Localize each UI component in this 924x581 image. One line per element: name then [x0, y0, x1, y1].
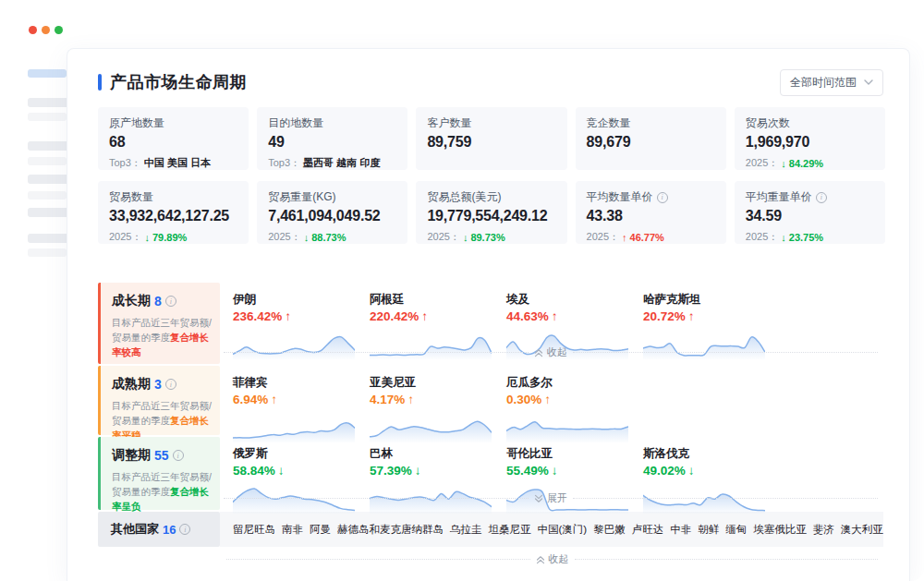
kpi-label: 平均数量单价i [587, 189, 715, 205]
time-range-select[interactable]: 全部时间范围 [780, 69, 883, 96]
kpi-top3: Top3：中国 美国 日本 [109, 156, 237, 170]
minimize-window-button[interactable] [42, 26, 50, 34]
stage-name-row: 成熟期3i [112, 376, 214, 393]
country-trend: 20.72%↑ [643, 309, 780, 323]
country-pct-value: 44.63% [506, 309, 549, 323]
sidebar-skeleton-item [28, 248, 67, 257]
info-icon[interactable]: i [173, 450, 184, 461]
kpi-card: 竞企数量89,679 [576, 107, 726, 170]
kpi-label: 竞企数量 [587, 115, 715, 131]
country-trend: 58.84%↓ [233, 464, 370, 478]
stage-content: 菲律宾6.94%↑亚美尼亚4.17%↑厄瓜多尔0.30%↑ [220, 366, 883, 435]
kpi-card: 目的地数量49Top3：墨西哥 越南 印度 [257, 107, 407, 170]
page-title: 产品市场生命周期 [110, 71, 247, 93]
other-country: 南非 [282, 523, 303, 537]
kpi-card: 贸易次数1,969,9702025：↓84.29% [735, 107, 885, 170]
kpi-yoy-pct: 84.29% [789, 158, 823, 169]
trend-up-icon: ↑ [622, 232, 627, 243]
kpi-value: 34.59 [746, 208, 874, 224]
kpi-value: 43.38 [587, 208, 715, 224]
others-count: 16 [163, 523, 176, 537]
other-country: 澳大利亚 [841, 523, 883, 537]
kpi-top3-prefix: Top3： [109, 156, 141, 170]
stage-row-调整期: 调整期55i目标产品近三年贸易额/贸易量的季度复合增长率呈负俄罗斯58.84%↓… [98, 437, 883, 510]
section-toggle-expand[interactable]: 展开 [224, 491, 878, 505]
trend-up-icon: ↑ [407, 393, 414, 406]
kpi-value: 89,679 [587, 134, 715, 151]
kpi-value: 68 [109, 134, 237, 151]
other-country: 朝鲜 [698, 523, 719, 537]
stage-count: 8 [154, 294, 162, 309]
stage-name-row: 成长期8i [112, 293, 214, 309]
bottom-divider-area: 收起 [223, 549, 883, 565]
double-chevron-up-icon [534, 348, 543, 357]
stage-row-others: 其他国家16i留尼旺岛南非阿曼赫德岛和麦克唐纳群岛乌拉圭坦桑尼亚中国(澳门)黎巴… [98, 512, 883, 547]
kpi-yoy: 2025：↓23.75% [746, 230, 874, 244]
kpi-top3-names: 中国 美国 日本 [144, 156, 211, 170]
info-icon[interactable]: i [816, 192, 827, 203]
kpi-top3: Top3：墨西哥 越南 印度 [268, 156, 396, 170]
kpi-label: 平均重量单价i [746, 189, 874, 205]
trend-down-icon: ↓ [688, 464, 695, 478]
trend-up-icon: ↑ [544, 393, 551, 406]
kpi-label: 贸易总额(美元) [427, 189, 555, 205]
trend-up-icon: ↑ [552, 309, 558, 323]
double-chevron-up-icon [536, 555, 545, 564]
info-icon[interactable]: i [165, 296, 176, 307]
stage-description-highlight: 复合增长率呈负 [112, 486, 209, 512]
others-label: 其他国家16i [98, 512, 220, 547]
other-country: 坦桑尼亚 [489, 523, 531, 537]
kpi-card: 贸易总额(美元)19,779,554,249.122025：↓89.73% [416, 181, 566, 244]
sidebar-skeleton-item [28, 157, 67, 165]
other-country: 斐济 [813, 523, 834, 537]
section-toggle-collapse[interactable]: 收起 [224, 345, 878, 359]
info-icon[interactable]: i [179, 524, 190, 535]
kpi-card: 贸易重量(KG)7,461,094,049.522025：↓88.73% [257, 181, 407, 244]
kpi-label: 原产地数量 [109, 115, 237, 131]
info-icon[interactable]: i [657, 192, 668, 203]
country-tile: 厄瓜多尔0.30%↑ [506, 375, 643, 435]
trend-up-icon: ↑ [688, 309, 695, 323]
kpi-yoy-year: 2025： [427, 230, 459, 244]
country-name: 埃及 [506, 292, 643, 308]
close-window-button[interactable] [29, 26, 37, 34]
country-name: 巴林 [370, 446, 506, 462]
main-panel: 产品市场生命周期 全部时间范围 原产地数量68Top3：中国 美国 日本目的地数… [67, 48, 910, 581]
kpi-value: 89,759 [427, 134, 555, 151]
trend-down-icon: ↓ [304, 232, 310, 243]
sidebar-skeleton-item-active [28, 69, 67, 78]
other-country: 卢旺达 [632, 523, 664, 537]
stage-label: 成熟期3i目标产品近三年贸易额/贸易量的季度复合增长率平稳 [98, 366, 220, 435]
kpi-yoy-pct: 46.77% [630, 232, 664, 243]
country-pct-value: 220.42% [370, 309, 419, 323]
kpi-value: 49 [268, 134, 396, 151]
kpi-yoy-year: 2025： [746, 156, 778, 170]
kpi-card: 平均数量单价i43.382025：↑46.77% [576, 181, 726, 244]
section-toggle-inner: 收起 [534, 345, 567, 359]
country-trend: 220.42%↑ [370, 309, 506, 323]
stage-name: 成熟期 [112, 376, 151, 393]
info-icon[interactable]: i [165, 379, 176, 390]
kpi-top3-prefix: Top3： [268, 156, 300, 170]
country-trend: 6.94%↑ [233, 393, 370, 406]
country-trend: 236.42%↑ [233, 309, 370, 323]
zoom-window-button[interactable] [55, 26, 63, 34]
kpi-value: 19,779,554,249.12 [427, 208, 555, 224]
section-toggle-collapse[interactable]: 收起 [226, 552, 878, 566]
double-chevron-down-icon [534, 494, 543, 503]
trend-down-icon: ↓ [552, 464, 558, 478]
other-country: 中非 [670, 523, 691, 537]
country-pct-value: 58.84% [233, 464, 275, 478]
section-toggle-inner: 收起 [536, 552, 569, 566]
kpi-value: 33,932,642,127.25 [109, 208, 237, 224]
stage-label: 成长期8i目标产品近三年贸易额/贸易量的季度复合增长率较高 [98, 283, 220, 364]
stage-name-row: 调整期55i [112, 447, 214, 464]
kpi-yoy: 2025：↑46.77% [587, 230, 715, 244]
country-trend: 4.17%↑ [370, 393, 506, 406]
kpi-label: 目的地数量 [268, 115, 396, 131]
country-trend: 57.39%↓ [370, 464, 506, 478]
other-country: 中国(澳门) [538, 523, 588, 537]
panel-header: 产品市场生命周期 全部时间范围 [98, 70, 883, 94]
stage-row-成长期: 成长期8i目标产品近三年贸易额/贸易量的季度复合增长率较高伊朗236.42%↑阿… [98, 283, 883, 364]
kpi-label: 贸易重量(KG) [268, 189, 396, 205]
